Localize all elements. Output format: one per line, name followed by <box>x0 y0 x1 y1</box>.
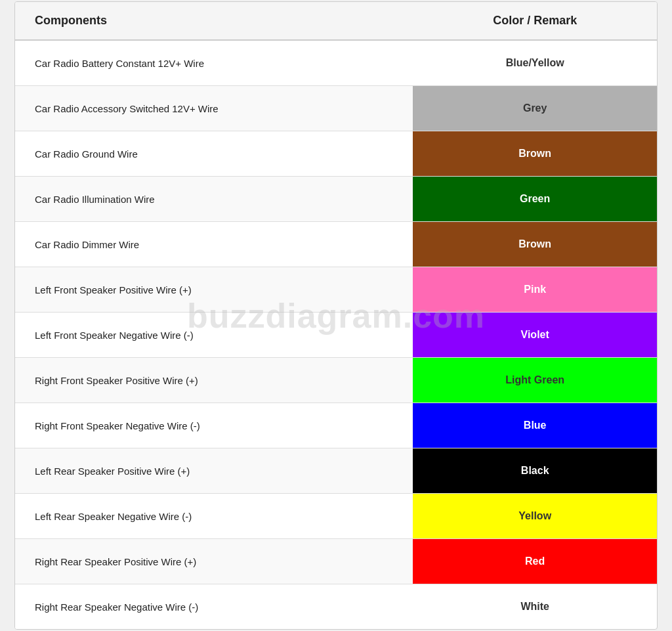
color-box: Yellow <box>413 494 657 538</box>
color-cell: Violet <box>413 313 657 358</box>
component-cell: Right Front Speaker Positive Wire (+) <box>15 358 413 403</box>
wiring-table: Components Color / Remark Car Radio Batt… <box>15 2 657 629</box>
table-row: Car Radio Accessory Switched 12V+ WireGr… <box>15 86 657 131</box>
table-row: Left Rear Speaker Positive Wire (+)Black <box>15 448 657 494</box>
color-box: Black <box>413 448 657 493</box>
table-row: Right Front Speaker Positive Wire (+)Lig… <box>15 358 657 403</box>
color-box: Violet <box>413 313 657 357</box>
component-cell: Right Rear Speaker Positive Wire (+) <box>15 539 413 584</box>
table-row: Right Front Speaker Negative Wire (-)Blu… <box>15 403 657 448</box>
wiring-table-container: buzzdiagram.com Components Color / Remar… <box>14 1 658 630</box>
component-cell: Car Radio Ground Wire <box>15 131 413 177</box>
component-cell: Car Radio Accessory Switched 12V+ Wire <box>15 86 413 131</box>
table-row: Car Radio Illumination WireGreen <box>15 177 657 222</box>
color-cell: Blue <box>413 403 657 448</box>
color-cell: Brown <box>413 222 657 267</box>
color-cell: Green <box>413 177 657 222</box>
color-box: Grey <box>413 86 657 131</box>
component-cell: Car Radio Battery Constant 12V+ Wire <box>15 40 413 86</box>
color-box: Blue/Yellow <box>413 41 657 85</box>
table-row: Car Radio Battery Constant 12V+ WireBlue… <box>15 40 657 86</box>
table-header-row: Components Color / Remark <box>15 2 657 40</box>
color-cell: Grey <box>413 86 657 131</box>
color-cell: Brown <box>413 131 657 177</box>
color-box: Blue <box>413 403 657 448</box>
color-box: Brown <box>413 131 657 176</box>
color-cell: Blue/Yellow <box>413 40 657 86</box>
header-components: Components <box>15 2 413 40</box>
color-box: Red <box>413 539 657 584</box>
table-row: Right Rear Speaker Positive Wire (+)Red <box>15 539 657 584</box>
component-cell: Car Radio Dimmer Wire <box>15 222 413 267</box>
component-cell: Left Rear Speaker Positive Wire (+) <box>15 448 413 494</box>
component-cell: Right Front Speaker Negative Wire (-) <box>15 403 413 448</box>
color-box: Light Green <box>413 358 657 403</box>
component-cell: Right Rear Speaker Negative Wire (-) <box>15 584 413 630</box>
component-cell: Left Front Speaker Negative Wire (-) <box>15 313 413 358</box>
color-box: White <box>413 584 657 629</box>
color-cell: Black <box>413 448 657 494</box>
table-row: Car Radio Ground WireBrown <box>15 131 657 177</box>
table-row: Left Front Speaker Positive Wire (+)Pink <box>15 267 657 313</box>
color-cell: Red <box>413 539 657 584</box>
color-box: Brown <box>413 222 657 267</box>
color-cell: Light Green <box>413 358 657 403</box>
header-color-remark: Color / Remark <box>413 2 657 40</box>
component-cell: Car Radio Illumination Wire <box>15 177 413 222</box>
table-row: Car Radio Dimmer WireBrown <box>15 222 657 267</box>
color-cell: Yellow <box>413 494 657 539</box>
component-cell: Left Rear Speaker Negative Wire (-) <box>15 494 413 539</box>
color-cell: White <box>413 584 657 630</box>
table-row: Left Front Speaker Negative Wire (-)Viol… <box>15 313 657 358</box>
color-cell: Pink <box>413 267 657 313</box>
color-box: Green <box>413 177 657 221</box>
table-row: Right Rear Speaker Negative Wire (-)Whit… <box>15 584 657 630</box>
table-row: Left Rear Speaker Negative Wire (-)Yello… <box>15 494 657 539</box>
color-box: Pink <box>413 267 657 312</box>
component-cell: Left Front Speaker Positive Wire (+) <box>15 267 413 313</box>
